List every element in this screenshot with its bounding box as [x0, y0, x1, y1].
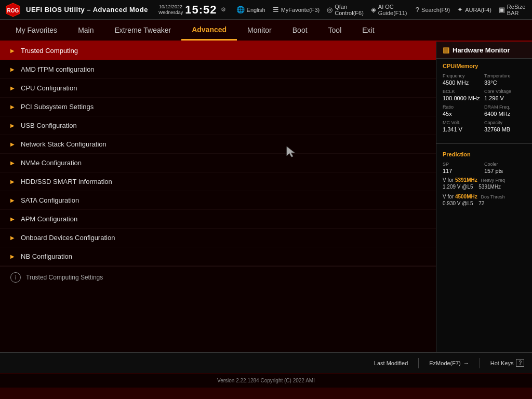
temperature-label: Temperature — [484, 73, 526, 78]
action-search[interactable]: ? Search(F9) — [416, 6, 450, 14]
top-bar-actions: 🌐 English ☰ MyFavorite(F3) ◎ Qfan Contro… — [236, 4, 527, 16]
tab-extreme-tweaker[interactable]: Extreme Tweaker — [104, 20, 181, 41]
time-display: 15:52 — [185, 3, 217, 17]
menu-item-onboard[interactable]: ▶ Onboard Devices Configuration — [0, 229, 436, 247]
status-last-modified[interactable]: Last Modified — [374, 360, 408, 366]
aioc-label: AI OC Guide(F11) — [378, 4, 408, 16]
info-text: Trusted Computing Settings — [26, 274, 103, 281]
menu-label-onboard: Onboard Devices Configuration — [21, 234, 115, 242]
menu-item-trusted-computing[interactable]: ▶ Trusted Computing — [0, 42, 436, 60]
menu-label-trusted: Trusted Computing — [21, 47, 78, 55]
temperature-value: 33°C — [484, 79, 526, 86]
qfan-icon: ◎ — [327, 6, 332, 14]
menu-item-hdd-smart[interactable]: ▶ HDD/SSD SMART Information — [0, 172, 436, 191]
ez-mode-label: EzMode(F7) — [429, 360, 461, 366]
action-aioc[interactable]: ◈ AI OC Guide(F11) — [371, 4, 408, 16]
clock-settings-icon[interactable]: ⚙ — [221, 6, 226, 13]
ratio-dram-row: Ratio 45x DRAM Freq. 6400 MHz — [443, 104, 526, 117]
voltage1-left: 1.209 V @L5 — [443, 184, 473, 190]
action-resize[interactable]: ▣ ReSize BAR — [499, 4, 527, 16]
tab-main[interactable]: Main — [68, 20, 104, 41]
ez-mode-arrow-icon: → — [463, 360, 469, 366]
menu-item-apm[interactable]: ▶ APM Configuration — [0, 210, 436, 229]
qfan-label: Qfan Control(F6) — [335, 4, 364, 16]
search-label: Search(F9) — [421, 7, 450, 13]
menu-label-usb: USB Configuration — [21, 122, 77, 129]
prediction-section: Prediction SP 117 Cooler 157 pts V for 5… — [436, 147, 532, 215]
date-line2: Wednesday — [158, 10, 183, 16]
date-info: 10/12/2022 Wednesday — [158, 4, 183, 16]
voltage-block-1: V for 5391MHz Heavy Freq 1.209 V @L5 539… — [443, 177, 526, 190]
footer-bar: Version 2.22.1284 Copyright (C) 2022 AMI — [0, 373, 532, 388]
status-hot-keys[interactable]: Hot Keys ? — [490, 359, 524, 367]
menu-item-pci-subsystem[interactable]: ▶ PCI Subsystem Settings — [0, 98, 436, 116]
hot-keys-question-icon[interactable]: ? — [516, 359, 524, 367]
cpu-memory-section: CPU/Memory Frequency 4500 MHz Temperatur… — [436, 59, 532, 140]
tab-tool[interactable]: Tool — [318, 20, 352, 41]
action-aura[interactable]: ✦ AURA(F4) — [457, 6, 491, 14]
action-language[interactable]: 🌐 English — [236, 6, 265, 14]
status-divider-2 — [480, 358, 480, 368]
dram-freq-col: DRAM Freq. 6400 MHz — [484, 104, 526, 117]
ratio-value: 45x — [443, 111, 484, 117]
language-label: English — [247, 7, 265, 13]
arrow-icon-pci: ▶ — [10, 104, 15, 110]
menu-item-sata[interactable]: ▶ SATA Configuration — [0, 191, 436, 210]
core-voltage-col: Core Voltage 1.296 V — [484, 89, 526, 101]
menu-item-nvme[interactable]: ▶ NVMe Configuration — [0, 154, 436, 172]
arrow-icon-hdd: ▶ — [10, 179, 15, 184]
clock-section: 10/12/2022 Wednesday 15:52 ⚙ — [158, 3, 226, 17]
footer-text: Version 2.22.1284 Copyright (C) 2022 AMI — [217, 378, 315, 383]
prediction-title: Prediction — [443, 151, 526, 157]
tab-exit[interactable]: Exit — [352, 20, 384, 41]
menu-label-nvme: NVMe Configuration — [21, 159, 82, 167]
arrow-icon-network: ▶ — [10, 141, 15, 147]
bclk-col: BCLK 100.0000 MHz — [443, 89, 484, 101]
menu-label-ftpm: AMD fTPM configuration — [21, 65, 95, 73]
frequency-label: Frequency — [443, 73, 484, 78]
frequency-value: 4500 MHz — [443, 79, 484, 86]
info-icon: i — [10, 272, 21, 283]
myfavorite-icon: ☰ — [273, 6, 279, 14]
menu-item-network-stack[interactable]: ▶ Network Stack Configuration — [0, 135, 436, 154]
arrow-icon-ftpm: ▶ — [10, 66, 15, 72]
tab-my-favorites[interactable]: My Favorites — [5, 20, 68, 41]
core-voltage-value: 1.296 V — [484, 95, 526, 101]
right-panel: ▤ Hardware Monitor CPU/Memory Frequency … — [436, 42, 532, 352]
aura-icon: ✦ — [457, 6, 463, 14]
bclk-corevolt-row: BCLK 100.0000 MHz Core Voltage 1.296 V — [443, 89, 526, 101]
bclk-label: BCLK — [443, 89, 484, 94]
menu-label-nb: NB Configuration — [21, 252, 72, 260]
mc-volt-label: MC Volt. — [443, 120, 484, 125]
action-myfavorite[interactable]: ☰ MyFavorite(F3) — [273, 6, 320, 14]
dram-freq-value: 6400 MHz — [484, 111, 526, 117]
aioc-icon: ◈ — [371, 6, 376, 14]
search-icon: ? — [416, 6, 419, 14]
rog-logo-icon: ROG — [5, 2, 21, 18]
menu-item-amd-ftpm[interactable]: ▶ AMD fTPM configuration — [0, 60, 436, 79]
voltage-sub-1: 1.209 V @L5 5391MHz — [443, 184, 526, 190]
language-icon: 🌐 — [236, 6, 245, 14]
mc-volt-value: 1.341 V — [443, 126, 484, 132]
menu-item-cpu-config[interactable]: ▶ CPU Configuration — [0, 79, 436, 98]
left-panel: ▶ Trusted Computing ▶ AMD fTPM configura… — [0, 42, 436, 352]
hw-divider — [436, 143, 532, 144]
menu-item-nb-config[interactable]: ▶ NB Configuration — [0, 247, 436, 266]
status-ez-mode[interactable]: EzMode(F7) → — [429, 360, 469, 366]
menu-label-apm: APM Configuration — [21, 215, 77, 223]
tab-monitor[interactable]: Monitor — [237, 20, 282, 41]
cooler-col: Cooler 157 pts — [484, 162, 526, 174]
menu-label-sata: SATA Configuration — [21, 196, 79, 204]
tab-advanced[interactable]: Advanced — [181, 20, 237, 41]
voltage-freq2: 4500MHz — [455, 194, 477, 200]
voltage-line-1: V for 5391MHz Heavy Freq — [443, 177, 526, 183]
freq-temp-row: Frequency 4500 MHz Temperature 33°C — [443, 73, 526, 86]
voltage2-left: 0.930 V @L5 — [443, 201, 473, 206]
action-qfan[interactable]: ◎ Qfan Control(F6) — [327, 4, 364, 16]
mc-volt-capacity-row: MC Volt. 1.341 V Capacity 32768 MB — [443, 120, 526, 132]
tab-boot[interactable]: Boot — [282, 20, 318, 41]
ratio-label: Ratio — [443, 104, 484, 110]
menu-item-usb-config[interactable]: ▶ USB Configuration — [0, 116, 436, 135]
menu-label-cpu: CPU Configuration — [21, 84, 77, 92]
capacity-label: Capacity — [484, 120, 526, 125]
